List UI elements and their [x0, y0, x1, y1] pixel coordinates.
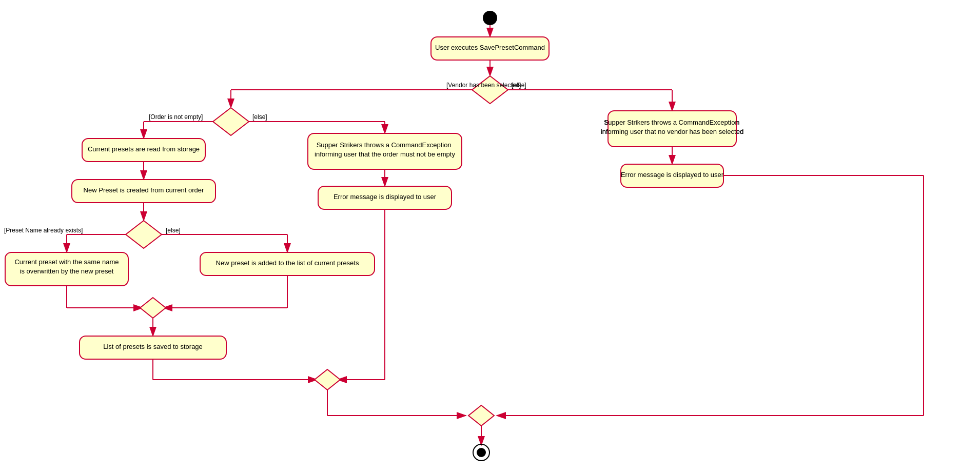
merge-diamond2	[315, 369, 340, 390]
new-preset-created-text: New Preset is created from current order	[84, 186, 204, 194]
end-inner	[477, 448, 486, 457]
save-storage-text: List of presets is saved to storage	[103, 343, 203, 350]
vendor-error-text: Error message is displayed to user	[621, 171, 724, 179]
overwrite-preset-text1: Current preset with the same name	[14, 258, 119, 266]
vendor-diamond	[472, 76, 508, 104]
user-executes-text: User executes SavePresetCommand	[435, 44, 545, 51]
overwrite-preset-text2: is overwritten by the new preset	[20, 267, 114, 275]
preset-else-label: [else]	[166, 227, 181, 234]
merge-diamond3	[468, 405, 494, 426]
order-error-text: Error message is displayed to user	[334, 193, 437, 201]
new-preset-added-text: New preset is added to the list of curre…	[216, 259, 359, 267]
start-node	[483, 11, 497, 25]
vendor-selected-label: [Vendor has been selected]	[446, 82, 521, 89]
activity-diagram: User executes SavePresetCommand [Vendor …	[0, 0, 980, 472]
merge-diamond1	[140, 298, 166, 318]
preset-name-diamond	[126, 221, 162, 248]
vendor-else-label: [else]	[512, 82, 526, 89]
order-not-empty-label: [Order is not empty]	[149, 113, 203, 121]
order-diamond	[213, 108, 249, 135]
current-presets-text: Current presets are read from storage	[88, 145, 200, 153]
preset-exists-label: [Preset Name already exists]	[4, 227, 83, 234]
order-else-label: [else]	[252, 113, 267, 121]
